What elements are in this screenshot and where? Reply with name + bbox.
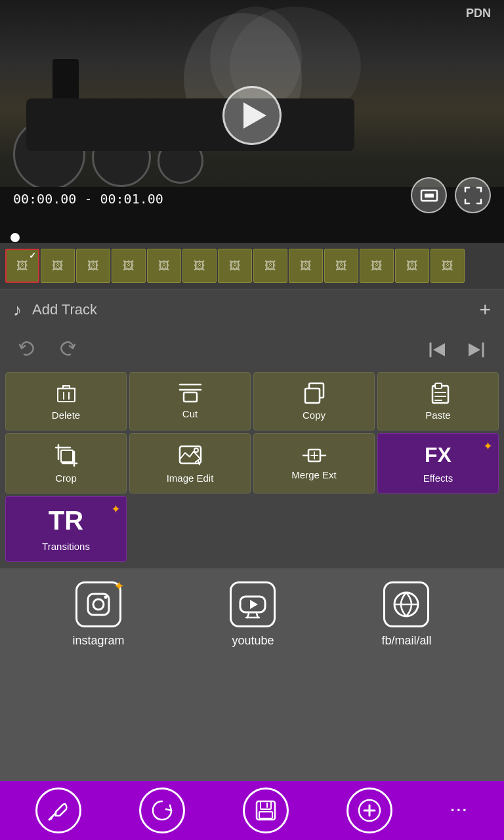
play-icon — [243, 102, 266, 129]
redo-button[interactable] — [52, 335, 81, 364]
transitions-label: Transitions — [42, 541, 90, 552]
youtube-export[interactable]: youtube — [230, 581, 276, 648]
selected-checkmark: ✓ — [29, 251, 36, 261]
image-edit-button[interactable]: Image Edit — [129, 433, 251, 494]
timeline-thumb-9[interactable]: 🖼 — [324, 249, 358, 283]
copy-label: Copy — [303, 410, 326, 421]
timeline-thumb-8[interactable]: 🖼 — [289, 249, 323, 283]
youtube-icon — [238, 590, 267, 619]
skip-to-end-button[interactable] — [462, 335, 491, 364]
timeline-thumb-4[interactable]: 🖼 — [147, 249, 181, 283]
bottom-nav: ··· — [0, 781, 504, 840]
sync-button[interactable] — [139, 788, 185, 833]
share-icon-box — [383, 581, 429, 627]
cut-button[interactable]: Cut — [129, 372, 251, 430]
crop-icon — [54, 444, 78, 467]
svg-point-48 — [50, 817, 52, 820]
add-track-row: ♪ Add Track + — [0, 289, 504, 330]
paste-icon — [427, 382, 450, 404]
undo-redo-row — [0, 330, 504, 369]
aspect-ratio-button[interactable] — [411, 177, 447, 213]
paste-button[interactable]: Paste — [377, 372, 499, 430]
svg-point-39 — [104, 596, 108, 599]
share-export[interactable]: fb/mail/all — [381, 581, 431, 648]
cut-icon — [178, 383, 202, 403]
plus-icon — [358, 799, 381, 822]
train-body — [26, 98, 354, 151]
pdn-label: PDN — [466, 7, 491, 20]
instagram-icon-box: ✦ — [75, 581, 121, 627]
time-display: 00:00.00 - 00:01.00 — [13, 191, 163, 207]
star-icon-effects: ✦ — [483, 439, 493, 453]
svg-marker-5 — [469, 343, 480, 356]
crop-label: Crop — [55, 472, 77, 484]
delete-label: Delete — [52, 410, 80, 421]
svg-rect-19 — [435, 383, 442, 388]
svg-rect-50 — [261, 801, 271, 809]
merge-ext-button[interactable]: Merge Ext — [253, 433, 375, 494]
fx-label: FX — [425, 443, 452, 467]
share-label: fb/mail/all — [381, 634, 431, 648]
instagram-export[interactable]: ✦ instagram — [72, 581, 124, 648]
instagram-label: instagram — [72, 634, 124, 648]
play-button[interactable] — [222, 86, 282, 145]
add-track-button[interactable]: + — [479, 299, 491, 321]
add-button[interactable] — [346, 788, 392, 833]
undo-button[interactable] — [13, 335, 42, 364]
instagram-icon — [84, 590, 113, 619]
svg-point-29 — [194, 448, 198, 452]
fullscreen-button[interactable] — [455, 177, 491, 213]
video-preview: PDN 00:00.00 - 00:01.00 — [0, 0, 504, 243]
merge-icon — [302, 447, 327, 464]
youtube-icon-box — [230, 581, 276, 627]
svg-rect-15 — [184, 392, 197, 402]
more-button[interactable]: ··· — [451, 802, 469, 819]
youtube-label: youtube — [232, 634, 274, 648]
save-button[interactable] — [243, 788, 289, 833]
add-track-label: Add Track — [32, 301, 469, 318]
svg-marker-3 — [433, 343, 445, 356]
timeline-thumb-12[interactable]: 🖼 — [430, 249, 465, 283]
svg-rect-1 — [425, 194, 434, 198]
svg-rect-6 — [58, 388, 75, 402]
copy-button[interactable]: Copy — [253, 372, 375, 430]
timeline-thumb-0[interactable]: 🖼 ✓ — [5, 249, 39, 283]
delete-button[interactable]: Delete — [5, 372, 127, 430]
cut-label: Cut — [182, 408, 198, 419]
transitions-button[interactable]: ✦ TR Transitions — [5, 496, 127, 562]
timeline-thumb-1[interactable]: 🖼 — [41, 249, 75, 283]
wrench-icon — [47, 799, 70, 822]
timeline-thumb-10[interactable]: 🖼 — [360, 249, 394, 283]
timeline-track[interactable]: 🖼 ✓ 🖼 🖼 🖼 🖼 🖼 🖼 🖼 🖼 🖼 🖼 🖼 🖼 — [0, 243, 504, 289]
timeline-thumb-2[interactable]: 🖼 — [76, 249, 110, 283]
star-icon-transitions: ✦ — [111, 502, 121, 516]
editing-area: 🖼 ✓ 🖼 🖼 🖼 🖼 🖼 🖼 🖼 🖼 🖼 🖼 🖼 🖼 ♪ Add Track … — [0, 243, 504, 661]
timeline-thumb-7[interactable]: 🖼 — [253, 249, 287, 283]
share-icon — [392, 590, 421, 619]
settings-button[interactable] — [35, 788, 81, 833]
sync-icon — [150, 799, 174, 822]
timeline-thumb-11[interactable]: 🖼 — [395, 249, 429, 283]
svg-rect-25 — [61, 450, 73, 462]
progress-dot — [10, 233, 20, 242]
copy-icon — [303, 382, 326, 404]
timeline-thumb-5[interactable]: 🖼 — [182, 249, 217, 283]
progress-bar[interactable] — [0, 231, 504, 243]
timeline-thumb-6[interactable]: 🖼 — [218, 249, 252, 283]
crop-button[interactable]: Crop — [5, 433, 127, 494]
svg-point-38 — [93, 599, 104, 610]
save-icon — [254, 799, 278, 822]
merge-ext-label: Merge Ext — [291, 469, 336, 480]
svg-rect-51 — [259, 812, 272, 818]
image-edit-icon — [178, 444, 202, 467]
tools-grid: Delete Cut Copy — [0, 369, 504, 564]
video-controls — [411, 177, 491, 213]
effects-button[interactable]: ✦ FX Effects — [377, 433, 499, 494]
chimney — [52, 59, 79, 98]
timeline-thumb-3[interactable]: 🖼 — [112, 249, 146, 283]
thumb-icon: 🖼 — [16, 259, 28, 273]
skip-to-start-button[interactable] — [423, 335, 452, 364]
svg-rect-17 — [305, 388, 320, 403]
svg-marker-41 — [250, 600, 258, 609]
instagram-star: ✦ — [114, 578, 125, 594]
